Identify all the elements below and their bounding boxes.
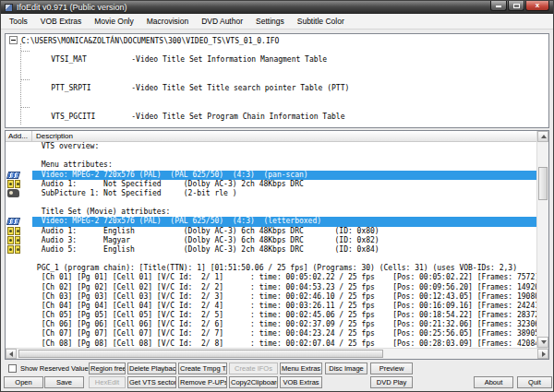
menu-item[interactable]: DVD Author xyxy=(195,14,249,29)
horizontal-scrollbar[interactable] xyxy=(6,348,548,359)
scroll-down-button[interactable] xyxy=(537,337,548,348)
list-row-icon-cell xyxy=(6,198,32,208)
list-row-text: [Ch 02] [Pg 02] [Cell 02] [V/C Id: 2/ 2]… xyxy=(32,283,536,292)
create-tmpg-button[interactable]: Create Tmpg T. xyxy=(178,362,227,374)
hexedit-button: HexEdit xyxy=(89,376,126,388)
list-row[interactable]: VTS overview: xyxy=(6,142,536,151)
tree-item-name: PTT_SRPTI xyxy=(51,84,131,93)
add-column-header[interactable]: Add... xyxy=(6,131,32,141)
list-row[interactable]: [Ch 08] [Pg 08] [Cell 08] [V/C Id: 2/ 8]… xyxy=(6,339,536,348)
region-free-button[interactable]: Region free xyxy=(89,362,126,374)
list-row[interactable]: Audio 3: Magyar (Dolby AC-3) 6ch 48Kbps … xyxy=(6,236,536,245)
tree-item[interactable]: VTSI_MAT-Video Title Set Information Man… xyxy=(9,46,548,75)
list-row[interactable]: Video: MPEG-2 720x576 (PAL) (PAL 625/50)… xyxy=(6,217,536,226)
list-row[interactable]: Audio 5: English (Dolby AC-3) 2ch 48Kbps… xyxy=(6,245,536,255)
tree-item[interactable]: VTS_PGCITI-Video Title Set Program Chain… xyxy=(9,102,548,128)
list-row-text: Audio 1: Not Specified (Dolby AC-3) 2ch … xyxy=(32,180,536,189)
list-header: Add... Description xyxy=(6,131,536,142)
arrow-up-icon xyxy=(541,135,547,138)
button-bar: Show Reserved Values Region free Delete … xyxy=(1,360,553,392)
quit-button[interactable]: Quit xyxy=(517,376,552,388)
tree-items: VTSI_MAT-Video Title Set Information Man… xyxy=(9,46,548,128)
delete-playback-button[interactable]: Delete Playback xyxy=(127,362,176,374)
list-row[interactable] xyxy=(6,198,536,208)
open-button[interactable]: Open xyxy=(4,376,43,388)
horizontal-scroll-track[interactable] xyxy=(17,349,537,359)
scroll-up-button[interactable] xyxy=(537,131,548,142)
show-reserved-values-checkbox[interactable] xyxy=(8,364,17,373)
audio-icon xyxy=(7,245,20,254)
app-window: IfoEdit v0.971 (Public version) x Tools … xyxy=(0,0,554,392)
tree-item[interactable]: PTT_SRPTI-Video Title Set Title search p… xyxy=(9,75,548,103)
vertical-scrollbar[interactable] xyxy=(536,131,548,348)
disc-image-button[interactable]: Disc Image xyxy=(325,362,367,374)
collapse-icon[interactable] xyxy=(9,36,18,44)
list-row-text: [Ch 08] [Pg 08] [Cell 08] [V/C Id: 2/ 8]… xyxy=(32,339,536,348)
horizontal-scroll-thumb[interactable] xyxy=(18,350,383,358)
menubar: Tools VOB Extras Movie Only Macrovision … xyxy=(1,14,553,30)
arrow-left-icon xyxy=(9,351,13,357)
dvd-play-button[interactable]: DVD Play xyxy=(370,376,413,388)
list-row-icon-cell xyxy=(6,292,32,302)
list-row[interactable]: [Ch 02] [Pg 02] [Cell 02] [V/C Id: 2/ 2]… xyxy=(6,283,536,292)
scroll-left-button[interactable] xyxy=(6,349,17,359)
menu-item[interactable]: Macrovision xyxy=(140,14,195,29)
list-row[interactable] xyxy=(6,151,536,160)
scroll-right-button[interactable] xyxy=(537,349,548,359)
list-row[interactable]: [Ch 01] [Pg 01] [Cell 01] [V/C Id: 2/ 1]… xyxy=(6,273,536,282)
vob-extras-button[interactable]: VOB Extras xyxy=(280,376,322,388)
list-row-icon-cell xyxy=(6,255,32,264)
list-row[interactable]: [Ch 06] [Pg 06] [Cell 06] [V/C Id: 2/ 6]… xyxy=(6,320,536,329)
show-reserved-values-label: Show Reserved Values xyxy=(20,364,91,373)
video-icon xyxy=(6,218,20,225)
tree-item-description: -Video Title Set Information Managment T… xyxy=(131,55,327,64)
list-row[interactable]: [Ch 04] [Pg 04] [Cell 04] [V/C Id: 2/ 4]… xyxy=(6,302,536,311)
list-row-text: [Ch 03] [Pg 03] [Cell 03] [V/C Id: 2/ 3]… xyxy=(32,292,536,302)
menu-extras-button[interactable]: Menu Extras xyxy=(280,362,322,374)
list-row[interactable]: [Ch 07] [Pg 07] [Cell 07] [V/C Id: 2/ 7]… xyxy=(6,329,536,339)
vertical-scroll-track[interactable] xyxy=(537,142,548,337)
minimize-button[interactable] xyxy=(490,1,507,11)
menu-item[interactable]: Tools xyxy=(3,14,34,29)
close-button[interactable]: x xyxy=(525,1,549,11)
list-row[interactable] xyxy=(6,255,536,264)
list-row[interactable]: Menu attributes: xyxy=(6,160,536,170)
list-row[interactable]: [Ch 03] [Pg 03] [Cell 03] [V/C Id: 2/ 3]… xyxy=(6,292,536,302)
menu-item[interactable]: Movie Only xyxy=(88,14,140,29)
list-row-icon-cell xyxy=(6,142,32,151)
description-column-header[interactable]: Description xyxy=(32,131,536,141)
list-row-text: PGC_1 (program chain): [Title(TTN): 1] [… xyxy=(32,264,536,273)
list-row[interactable]: PGC_1 (program chain): [Title(TTN): 1] [… xyxy=(6,264,536,273)
maximize-button[interactable] xyxy=(508,1,524,11)
about-button[interactable]: About xyxy=(474,376,513,388)
list-row[interactable]: [Ch 05] [Pg 05] [Cell 05] [V/C Id: 2/ 5]… xyxy=(6,311,536,320)
titlebar: IfoEdit v0.971 (Public version) x xyxy=(1,1,553,14)
audio-icon xyxy=(7,227,20,235)
ifo-tree-panel: C:\USERS\MONICA&ZOLTÁN\DOCUMENTS\300\VID… xyxy=(5,33,549,128)
list-row[interactable]: SubPicture 1: Not Specified (2-bit rle ) xyxy=(6,189,536,198)
list-row-text xyxy=(32,255,536,264)
vertical-scroll-thumb[interactable] xyxy=(538,167,548,200)
list-row[interactable]: Video: MPEG-2 720x576 (PAL) (PAL 625/50)… xyxy=(6,171,536,180)
list-row-icon-cell xyxy=(6,180,32,189)
list-row[interactable]: Audio 1: English (Dolby AC-3) 6ch 48Kbps… xyxy=(6,227,536,236)
tree-root-item[interactable]: C:\USERS\MONICA&ZOLTÁN\DOCUMENTS\300\VID… xyxy=(9,36,548,46)
menu-item[interactable]: VOB Extras xyxy=(34,14,88,29)
menu-item[interactable]: Settings xyxy=(249,14,291,29)
get-vts-sectors-button[interactable]: Get VTS sectors xyxy=(127,376,176,388)
menu-item[interactable]: Subtitle Color xyxy=(291,14,351,29)
tree-item-description: -Video Title Set Program Chain Informati… xyxy=(131,113,344,121)
arrow-down-icon xyxy=(541,340,547,344)
list-row-text: VTS overview: xyxy=(32,142,536,151)
list-row[interactable]: Audio 1: Not Specified (Dolby AC-3) 2ch … xyxy=(6,180,536,189)
app-icon xyxy=(5,4,13,12)
preview-button[interactable]: Preview xyxy=(370,362,413,374)
save-button[interactable]: Save xyxy=(44,376,84,388)
list-row-text: Audio 5: English (Dolby AC-3) 2ch 48Kbps… xyxy=(32,245,536,255)
list-row-text: Audio 3: Magyar (Dolby AC-3) 6ch 48Kbps … xyxy=(32,236,536,245)
list-row-text xyxy=(32,151,536,160)
list-row-icon-cell xyxy=(6,227,32,236)
copy2clipboard-button[interactable]: Copy2Clipboard xyxy=(229,376,278,388)
list-row[interactable]: Title Set (Movie) attributes: xyxy=(6,208,536,217)
remove-pups-button[interactable]: Remove P-UPs xyxy=(178,376,227,388)
